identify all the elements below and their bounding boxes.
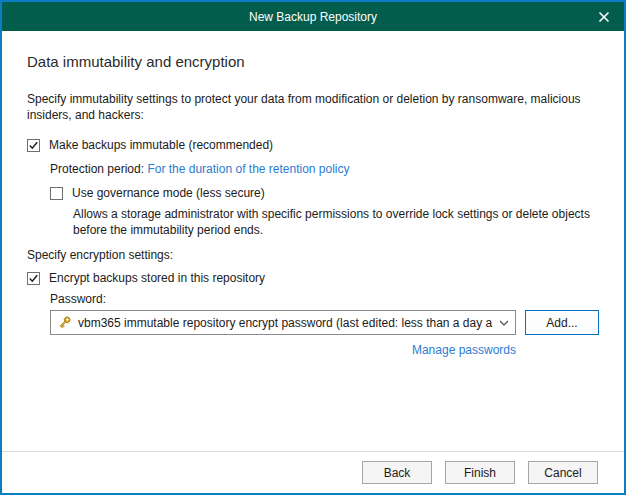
governance-mode-row: Use governance mode (less secure) (50, 186, 599, 200)
dialog-footer: Back Finish Cancel (2, 451, 624, 493)
protection-period-label: Protection period: (50, 162, 144, 176)
password-label: Password: (50, 292, 599, 306)
checkmark-icon (28, 273, 39, 284)
encryption-intro: Specify encryption settings: (27, 248, 599, 262)
governance-desc-line1: Allows a storage administrator with spec… (73, 206, 599, 222)
manage-passwords-row: Manage passwords (50, 343, 516, 357)
new-backup-repository-dialog: New Backup Repository Data immutability … (0, 0, 626, 495)
protection-period-link[interactable]: For the duration of the retention policy (147, 162, 349, 176)
dialog-content: Data immutability and encryption Specify… (2, 53, 624, 357)
titlebar: New Backup Repository (2, 2, 624, 31)
make-backups-immutable-checkbox[interactable] (27, 139, 40, 152)
make-backups-immutable-label: Make backups immutable (recommended) (49, 138, 273, 152)
manage-passwords-link[interactable]: Manage passwords (412, 343, 516, 357)
back-button[interactable]: Back (362, 461, 432, 484)
governance-mode-description: Allows a storage administrator with spec… (73, 206, 599, 238)
password-combobox[interactable]: vbm365 immutable repository encrypt pass… (50, 310, 516, 335)
checkmark-icon (28, 140, 39, 151)
close-button[interactable] (598, 2, 610, 31)
immutability-intro-line1: Specify immutability settings to protect… (27, 91, 599, 107)
password-combobox-value: vbm365 immutable repository encrypt pass… (78, 316, 495, 330)
finish-button[interactable]: Finish (445, 461, 515, 484)
password-row: vbm365 immutable repository encrypt pass… (50, 310, 599, 335)
encrypt-backups-row: Encrypt backups stored in this repositor… (27, 271, 599, 285)
cancel-button[interactable]: Cancel (528, 461, 598, 484)
protection-period-row: Protection period: For the duration of t… (50, 162, 599, 176)
governance-mode-label: Use governance mode (less secure) (72, 186, 265, 200)
key-icon (57, 315, 72, 330)
governance-mode-checkbox[interactable] (50, 187, 63, 200)
add-password-button[interactable]: Add... (525, 310, 599, 335)
page-title: Data immutability and encryption (27, 53, 599, 70)
close-icon (598, 11, 610, 23)
encrypt-backups-label: Encrypt backups stored in this repositor… (49, 271, 265, 285)
governance-desc-line2: before the immutability period ends. (73, 222, 599, 238)
encrypt-backups-checkbox[interactable] (27, 272, 40, 285)
chevron-down-icon (499, 320, 509, 326)
make-backups-immutable-row: Make backups immutable (recommended) (27, 138, 599, 152)
immutability-intro-line2: insiders, and hackers: (27, 107, 599, 123)
window-title: New Backup Repository (249, 10, 377, 24)
immutability-intro: Specify immutability settings to protect… (27, 91, 599, 123)
